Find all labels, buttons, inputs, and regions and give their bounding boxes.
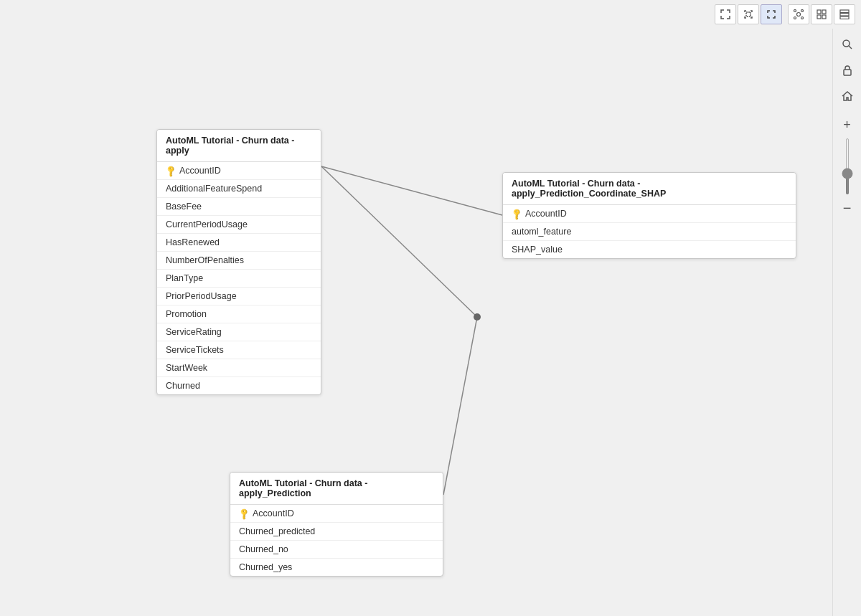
node-apply-field-churned: Churned: [157, 377, 321, 394]
node-prediction: AutoML Tutorial - Churn data - apply_Pre…: [230, 472, 443, 577]
list-view-button[interactable]: [834, 4, 855, 24]
node-apply-field-plantype: PlanType: [157, 270, 321, 288]
svg-rect-12: [840, 16, 849, 19]
key-icon-pred: 🔑: [237, 506, 250, 520]
node-apply-title: AutoML Tutorial - Churn data - apply: [157, 130, 321, 162]
svg-line-16: [321, 166, 502, 215]
home-icon[interactable]: [837, 86, 857, 106]
node-apply-field-additionalfeaturespend: AdditionalFeatureSpend: [157, 180, 321, 198]
fit-window-button[interactable]: [715, 4, 736, 24]
node-apply: AutoML Tutorial - Churn data - apply 🔑 A…: [156, 129, 321, 395]
svg-rect-8: [817, 15, 821, 19]
svg-rect-10: [840, 10, 849, 13]
svg-line-14: [849, 46, 852, 49]
grid-view-button[interactable]: [811, 4, 832, 24]
svg-rect-11: [840, 14, 849, 16]
node-apply-field-promotion: Promotion: [157, 305, 321, 323]
node-apply-field-priorperiodusage: PriorPeriodUsage: [157, 288, 321, 305]
svg-rect-0: [746, 12, 751, 16]
svg-rect-7: [822, 10, 826, 14]
svg-point-4: [794, 17, 796, 19]
svg-point-1: [797, 13, 801, 16]
key-icon: 🔑: [164, 164, 177, 177]
node-shap-field-automl-feature: automl_feature: [503, 223, 796, 241]
fit-selection-button[interactable]: [738, 4, 759, 24]
view-controls: [715, 4, 782, 24]
node-pred-field-churned-no: Churned_no: [230, 541, 443, 559]
svg-rect-15: [844, 70, 851, 75]
node-shap-title: AutoML Tutorial - Churn data - apply_Pre…: [503, 173, 796, 205]
svg-point-3: [801, 10, 804, 12]
zoom-controls: + −: [837, 115, 857, 218]
node-shap-field-shap-value: SHAP_value: [503, 241, 796, 258]
svg-point-19: [474, 313, 481, 321]
lock-icon[interactable]: [837, 60, 857, 80]
zoom-out-button[interactable]: −: [837, 198, 857, 218]
svg-point-2: [794, 10, 796, 12]
node-apply-field-startweek: StartWeek: [157, 359, 321, 377]
node-apply-field-basefee: BaseFee: [157, 198, 321, 216]
zoom-slider[interactable]: [846, 138, 849, 195]
node-apply-field-accountid: 🔑 AccountID: [157, 162, 321, 180]
svg-point-13: [843, 40, 850, 47]
node-pred-title: AutoML Tutorial - Churn data - apply_Pre…: [230, 473, 443, 505]
node-apply-field-numberofpenalties: NumberOfPenalties: [157, 252, 321, 270]
node-apply-field-hasrenewed: HasRenewed: [157, 234, 321, 252]
right-sidebar: + −: [832, 29, 861, 616]
nodes-view-button[interactable]: [788, 4, 809, 24]
svg-point-5: [801, 17, 804, 19]
key-icon-shap: 🔑: [509, 207, 523, 220]
canvas: AutoML Tutorial - Churn data - apply 🔑 A…: [0, 29, 832, 616]
svg-line-18: [443, 317, 477, 495]
node-apply-field-currentperiodusage: CurrentPeriodUsage: [157, 216, 321, 234]
node-shap-field-accountid: 🔑 AccountID: [503, 205, 796, 223]
toolbar: [706, 0, 861, 29]
expand-button[interactable]: [761, 4, 782, 24]
node-pred-field-accountid: 🔑 AccountID: [230, 505, 443, 523]
node-apply-field-servicetickets: ServiceTickets: [157, 341, 321, 359]
svg-rect-6: [817, 10, 821, 14]
node-pred-field-churned-predicted: Churned_predicted: [230, 523, 443, 541]
node-shap: AutoML Tutorial - Churn data - apply_Pre…: [502, 172, 796, 259]
display-mode-controls: [788, 4, 855, 24]
svg-line-17: [321, 166, 477, 317]
node-apply-field-servicerating: ServiceRating: [157, 323, 321, 341]
svg-rect-9: [822, 15, 826, 19]
search-icon[interactable]: [837, 34, 857, 55]
zoom-in-button[interactable]: +: [837, 115, 857, 135]
node-pred-field-churned-yes: Churned_yes: [230, 559, 443, 576]
